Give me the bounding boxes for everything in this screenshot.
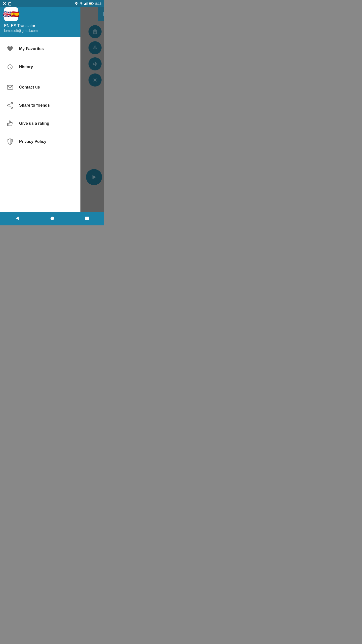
favorites-label: My Favorites [19, 47, 44, 51]
wifi-icon [79, 2, 83, 5]
back-button[interactable] [10, 214, 25, 224]
svg-rect-8 [84, 4, 85, 5]
shield-icon [5, 137, 15, 147]
sd-card-icon [8, 2, 12, 6]
heart-icon [5, 44, 15, 54]
menu-item-privacy[interactable]: Privacy Policy [0, 133, 80, 151]
signal-icon [84, 2, 88, 5]
svg-rect-35 [8, 123, 9, 126]
language-header: English [98, 7, 104, 21]
svg-line-28 [10, 67, 11, 68]
share-label: Share to friends [19, 103, 50, 108]
clock-icon [5, 62, 15, 72]
status-left [3, 2, 12, 6]
menu-item-history[interactable]: History [0, 58, 80, 76]
app-icon: 🇬🇧🇪🇸 [4, 7, 18, 21]
svg-point-7 [76, 3, 77, 4]
svg-text:⚡: ⚡ [90, 3, 92, 5]
history-label: History [19, 65, 33, 69]
location-icon [75, 2, 78, 5]
app-email: lomolsoft@gmail.com [4, 29, 76, 33]
svg-point-37 [51, 217, 54, 220]
menu-item-favorites[interactable]: My Favorites [0, 40, 80, 58]
home-button[interactable] [45, 214, 60, 224]
app-name: EN-ES Translator [4, 24, 76, 28]
menu-item-share[interactable]: Share to friends [0, 96, 80, 114]
svg-point-32 [11, 107, 13, 108]
svg-rect-13 [93, 3, 94, 4]
svg-rect-10 [86, 3, 87, 5]
share-icon [5, 100, 15, 110]
svg-point-31 [8, 105, 9, 106]
status-bar: ⚡ 8:16 [0, 0, 104, 7]
navigation-drawer: 🇬🇧🇪🇸 EN-ES Translator lomolsoft@gmail.co… [0, 0, 80, 225]
privacy-label: Privacy Policy [19, 139, 47, 144]
record-icon [3, 2, 7, 6]
time-display: 8:16 [95, 2, 102, 6]
svg-rect-38 [85, 217, 89, 220]
recent-apps-button[interactable] [80, 214, 94, 224]
svg-point-1 [4, 3, 5, 4]
svg-line-34 [9, 106, 11, 107]
svg-line-33 [9, 104, 11, 105]
drawer-menu: My Favorites History [0, 37, 80, 225]
svg-rect-9 [85, 3, 86, 5]
contact-label: Contact us [19, 85, 40, 90]
svg-marker-36 [16, 217, 19, 220]
status-right: ⚡ 8:16 [75, 2, 102, 6]
bottom-navigation [0, 212, 104, 225]
svg-rect-2 [9, 3, 11, 5]
mail-icon [5, 82, 15, 92]
battery-icon: ⚡ [89, 2, 94, 5]
menu-item-contact[interactable]: Contact us [0, 78, 80, 96]
menu-section-2: Contact us Share to friends [0, 77, 80, 152]
menu-item-rating[interactable]: Give us a rating [0, 114, 80, 133]
thumbsup-icon [5, 118, 15, 129]
rating-label: Give us a rating [19, 121, 49, 126]
svg-point-30 [11, 102, 13, 104]
language-label: English [103, 11, 104, 17]
menu-section-1: My Favorites History [0, 39, 80, 77]
svg-rect-11 [87, 2, 88, 5]
